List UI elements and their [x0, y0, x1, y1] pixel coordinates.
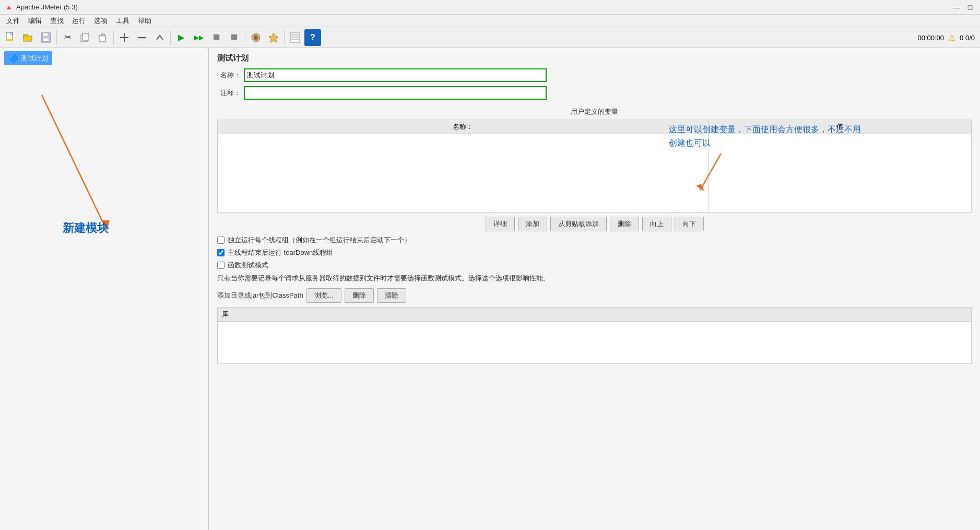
svg-marker-18	[269, 33, 278, 42]
checkbox1-row: 独立运行每个线程组（例如在一个组运行结束后启动下一个）	[217, 235, 972, 245]
checkbox2-row: 主线程结束后运行 tearDown线程组	[217, 248, 972, 257]
minimize-btn[interactable]: —	[951, 3, 962, 12]
checkbox2-label: 主线程结束后运行 tearDown线程组	[228, 248, 333, 257]
copy-btn[interactable]	[77, 29, 93, 46]
separator2	[113, 30, 114, 45]
svg-rect-10	[82, 33, 89, 40]
stop-btn[interactable]: ⏹	[208, 29, 225, 46]
menu-help[interactable]: 帮助	[134, 15, 156, 27]
desc-text: 只有当你需要记录每个请求从服务器取得的数据到文件时才需要选择函数测试模式。选择这…	[217, 273, 972, 284]
shutdown-btn[interactable]: ⏹	[226, 29, 243, 46]
title-bar: 🔺 Apache JMeter (5.3) — □	[0, 0, 980, 15]
comment-label: 注释：	[217, 88, 241, 98]
open-btn[interactable]	[20, 29, 37, 46]
clear-all-btn[interactable]	[265, 29, 282, 46]
vars-col-value: 值	[709, 120, 972, 134]
separator5	[284, 30, 285, 45]
move-down-btn[interactable]: 向下	[675, 217, 704, 231]
classpath-row: 添加目录或jar包到ClassPath 浏览... 删除 清除	[217, 288, 972, 303]
detail-btn[interactable]: 详细	[486, 217, 515, 231]
vars-col-name: 名称：	[218, 120, 709, 134]
svg-line-23	[42, 95, 104, 226]
function-helper-btn[interactable]	[287, 29, 303, 46]
tree-root-node[interactable]: 🔷 测试计划	[4, 51, 52, 65]
vars-section: 用户定义的变量 名称： 值	[217, 107, 972, 213]
paste-btn[interactable]	[95, 29, 111, 46]
clear-log-btn[interactable]	[247, 29, 264, 46]
lib-table-header: 库	[218, 308, 971, 322]
tree-root-label: 测试计划	[21, 54, 48, 63]
classpath-clear-btn[interactable]: 清除	[377, 288, 406, 303]
svg-point-17	[254, 36, 258, 40]
app-title: Apache JMeter (5.3)	[16, 3, 78, 11]
annotation-label: 新建模块	[63, 221, 109, 234]
start-no-pause-btn[interactable]: ▶▶	[191, 29, 207, 46]
svg-rect-8	[43, 38, 49, 41]
annotation-new-module: 新建模块	[63, 220, 109, 236]
add-btn[interactable]: 添加	[518, 217, 547, 231]
node-icon: 🔷	[8, 53, 19, 63]
comment-input[interactable]	[244, 86, 547, 100]
lib-table: 库	[217, 307, 972, 364]
window-controls: — □	[951, 3, 976, 12]
separator4	[245, 30, 245, 45]
maximize-btn[interactable]: □	[964, 3, 976, 12]
left-panel: 🔷 测试计划 新建模块	[0, 48, 209, 530]
menu-edit[interactable]: 编辑	[24, 15, 46, 27]
count-display: 0 0/0	[960, 34, 975, 42]
table-row	[218, 134, 972, 213]
classpath-delete-btn[interactable]: 删除	[345, 288, 374, 303]
name-row: 名称：	[217, 68, 972, 82]
checkbox1-label: 独立运行每个线程组（例如在一个组运行结束后启动下一个）	[228, 235, 411, 245]
lib-table-body[interactable]	[218, 322, 971, 363]
cut-btn[interactable]: ✂	[59, 29, 76, 46]
toggle-btn[interactable]	[151, 29, 168, 46]
checkbox3-label: 函数测试模式	[228, 261, 268, 270]
right-panel: 测试计划 名称： 注释： 用户定义的变量 名称： 值	[209, 48, 980, 530]
warning-icon: ⚠	[948, 33, 955, 43]
timer-display: 00:00:00	[917, 34, 944, 42]
menu-find[interactable]: 查找	[46, 15, 68, 27]
delete-btn[interactable]: 删除	[610, 217, 639, 231]
vars-title: 用户定义的变量	[217, 107, 972, 116]
start-btn[interactable]: ▶	[173, 29, 190, 46]
menu-options[interactable]: 选项	[90, 15, 112, 27]
move-up-btn[interactable]: 向上	[642, 217, 671, 231]
comment-row: 注释：	[217, 86, 972, 100]
section-title: 测试计划	[217, 53, 972, 63]
menu-run[interactable]: 运行	[68, 15, 90, 27]
checkbox3-row: 函数测试模式	[217, 261, 972, 270]
help-btn[interactable]: ?	[304, 29, 321, 46]
menu-tools[interactable]: 工具	[112, 15, 134, 27]
svg-rect-3	[6, 39, 13, 41]
vars-table: 名称： 值	[217, 120, 972, 213]
new-btn[interactable]	[2, 29, 19, 46]
app-icon: 🔺	[4, 3, 13, 11]
expand-btn[interactable]	[116, 29, 133, 46]
separator1	[56, 30, 57, 45]
action-buttons: 详细 添加 从剪贴板添加 删除 向上 向下	[217, 217, 972, 231]
checkbox2[interactable]	[217, 249, 225, 256]
svg-rect-7	[43, 33, 48, 37]
collapse-btn[interactable]	[134, 29, 150, 46]
add-from-clipboard-btn[interactable]: 从剪贴板添加	[550, 217, 607, 231]
name-label: 名称：	[217, 70, 241, 80]
menu-file[interactable]: 文件	[2, 15, 24, 27]
save-btn[interactable]	[38, 29, 54, 46]
svg-rect-12	[101, 34, 104, 36]
classpath-label: 添加目录或jar包到ClassPath	[217, 291, 303, 300]
svg-rect-11	[99, 36, 105, 42]
toolbar-right: 00:00:00 ⚠ 0 0/0	[917, 27, 980, 48]
svg-rect-19	[290, 33, 300, 42]
browse-btn[interactable]: 浏览...	[306, 288, 341, 303]
svg-rect-5	[23, 36, 32, 41]
checkbox3[interactable]	[217, 262, 225, 269]
toolbar: ✂ ▶ ▶▶ ⏹ ⏹ ?	[0, 27, 980, 48]
main-area: 🔷 测试计划 新建模块 测试计划 名称： 注释： 用户定义的变量	[0, 48, 980, 530]
separator3	[170, 30, 171, 45]
checkbox1[interactable]	[217, 237, 225, 244]
name-input[interactable]	[244, 68, 547, 82]
menu-bar: 文件 编辑 查找 运行 选项 工具 帮助	[0, 15, 980, 27]
